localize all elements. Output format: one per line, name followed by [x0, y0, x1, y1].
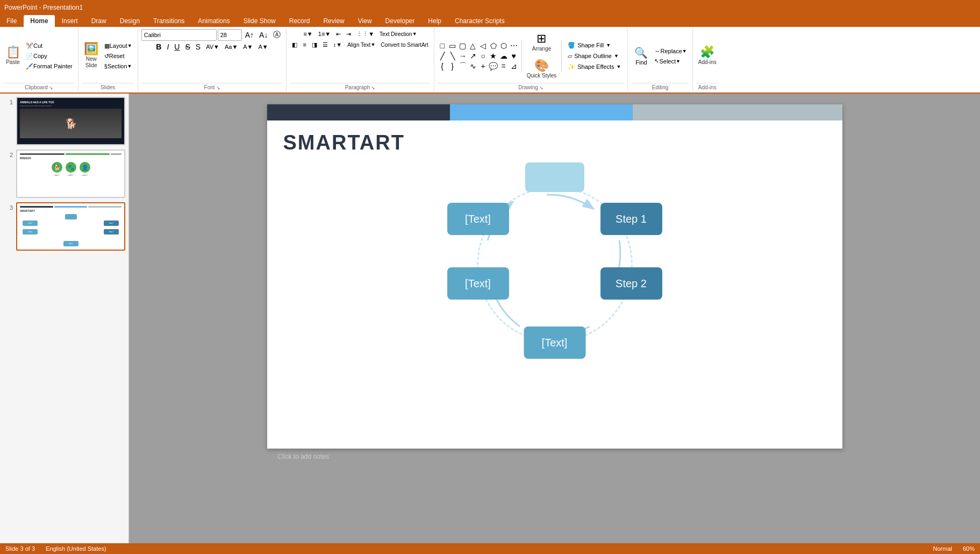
- slide-img-2[interactable]: BREEDS 🐕 🐾 👤 Label 1 Label 2 Label 3: [16, 150, 125, 198]
- increase-indent-button[interactable]: ⇥: [344, 29, 353, 39]
- tab-home[interactable]: Home: [24, 15, 54, 27]
- arrange-button[interactable]: ⊞ Arrange: [530, 29, 554, 56]
- shape-callout[interactable]: 💬: [489, 61, 498, 71]
- font-size-input[interactable]: [218, 29, 242, 41]
- slide-title[interactable]: SMARTART: [267, 120, 842, 160]
- shape-hex[interactable]: ⬡: [499, 41, 509, 51]
- tab-design[interactable]: Design: [113, 15, 146, 27]
- clipboard-expand-icon[interactable]: ↘: [49, 85, 53, 90]
- section-button[interactable]: § Section ▼: [102, 61, 134, 71]
- slide-img-3[interactable]: SMARTART [Text] Step 1 [Text] Step 2 [Te…: [16, 202, 125, 251]
- increase-font-button[interactable]: A↑: [243, 30, 256, 40]
- tab-help[interactable]: Help: [421, 15, 448, 27]
- layout-button[interactable]: ▦ Layout ▼: [102, 41, 134, 51]
- convert-smartart-button[interactable]: Convert to SmartArt: [378, 40, 430, 49]
- align-right-button[interactable]: ◨: [310, 40, 319, 49]
- shape-eq[interactable]: =: [499, 61, 509, 71]
- smartart-diagram[interactable]: Step 1 [Text] Step 2 [Text]: [442, 160, 668, 370]
- shape-star[interactable]: ★: [489, 51, 498, 61]
- copy-button[interactable]: 📄 Copy: [24, 51, 75, 61]
- slide-canvas[interactable]: SMARTART: [267, 104, 842, 449]
- node-step1[interactable]: Step 1: [600, 203, 662, 235]
- align-left-button[interactable]: ◧: [290, 40, 299, 49]
- shape-penta[interactable]: ⬠: [489, 41, 498, 51]
- shape-circle[interactable]: ○: [478, 51, 488, 61]
- shape-bracket2[interactable]: }: [448, 61, 457, 71]
- change-case-button[interactable]: Aa▼: [223, 42, 240, 52]
- node-text1[interactable]: [Text]: [447, 203, 509, 235]
- shape-custom[interactable]: ⊿: [509, 61, 519, 71]
- quick-styles-button[interactable]: 🎨 Quick Styles: [525, 56, 559, 83]
- align-center-button[interactable]: ≡: [301, 40, 308, 49]
- columns-button[interactable]: ⋮⋮▼: [354, 29, 376, 39]
- bullets-button[interactable]: ≡▼: [301, 29, 314, 39]
- clear-format-button[interactable]: Ⓐ: [271, 30, 283, 40]
- tab-character-scripts[interactable]: Character Scripts: [448, 15, 511, 27]
- slide-thumb-3[interactable]: 3 SMARTART [Text]: [3, 202, 125, 251]
- paste-button[interactable]: 📋 Paste: [3, 40, 23, 72]
- shape-cloud[interactable]: ☁: [499, 51, 509, 61]
- bold-button[interactable]: B: [154, 42, 163, 52]
- text-direction-button[interactable]: Text Direction ▼: [377, 29, 419, 39]
- node-text3[interactable]: [Text]: [524, 326, 585, 359]
- decrease-indent-button[interactable]: ⇤: [334, 29, 343, 39]
- shape-rect[interactable]: □: [438, 41, 447, 51]
- numbering-button[interactable]: 1≡▼: [316, 29, 333, 39]
- tab-file[interactable]: File: [0, 15, 23, 27]
- highlight-button[interactable]: A▼: [241, 42, 255, 52]
- view-normal[interactable]: Normal: [933, 545, 952, 552]
- italic-button[interactable]: I: [164, 42, 171, 52]
- font-expand-icon[interactable]: ↘: [216, 85, 220, 90]
- shape-line[interactable]: ╱: [438, 51, 447, 61]
- shape-arrow[interactable]: →: [458, 51, 468, 61]
- tab-transitions[interactable]: Transitions: [147, 15, 191, 27]
- font-family-input[interactable]: [141, 29, 217, 41]
- char-spacing-button[interactable]: AV▼: [204, 42, 221, 52]
- slide-img-1[interactable]: ANIMALS HAS A LIFE TOO Supporting animal…: [16, 97, 125, 145]
- tab-animations[interactable]: Animations: [191, 15, 236, 27]
- underline-button[interactable]: U: [172, 42, 182, 52]
- zoom-level[interactable]: 60%: [963, 545, 975, 552]
- format-painter-button[interactable]: 🖌️ Format Painter: [24, 61, 75, 71]
- shape-plus[interactable]: +: [478, 61, 488, 71]
- shape-arrow2[interactable]: ↗: [468, 51, 478, 61]
- tab-draw[interactable]: Draw: [85, 15, 113, 27]
- tab-developer[interactable]: Developer: [379, 15, 421, 27]
- align-text-button[interactable]: Align Text ▼: [345, 40, 377, 49]
- slide-thumb-1[interactable]: 1 ANIMALS HAS A LIFE TOO Supporting anim…: [3, 97, 125, 145]
- shape-rect2[interactable]: ▭: [448, 41, 457, 51]
- shape-tri[interactable]: △: [468, 41, 478, 51]
- tab-slideshow[interactable]: Slide Show: [237, 15, 282, 27]
- node-top[interactable]: [525, 162, 584, 192]
- drawing-expand-icon[interactable]: ↘: [539, 85, 543, 90]
- select-button[interactable]: ↖ Select ▼: [652, 56, 689, 66]
- tab-insert[interactable]: Insert: [55, 15, 84, 27]
- shape-bracket1[interactable]: {: [438, 61, 447, 71]
- tab-view[interactable]: View: [352, 15, 378, 27]
- shape-effects-button[interactable]: ✨ Shape Effects ▼: [564, 62, 624, 72]
- node-step2[interactable]: Step 2: [600, 267, 662, 300]
- addins-button[interactable]: 🧩 Add-ins: [696, 40, 719, 72]
- justify-button[interactable]: ☰: [320, 40, 330, 49]
- shape-heart[interactable]: ♥: [509, 51, 519, 61]
- node-text2[interactable]: [Text]: [447, 267, 509, 300]
- shape-wave[interactable]: ∿: [468, 61, 478, 71]
- shape-rounded[interactable]: ▢: [458, 41, 468, 51]
- slide-thumb-2[interactable]: 2 BREEDS 🐕 🐾 👤: [3, 150, 125, 198]
- shadow-button[interactable]: S: [194, 42, 203, 52]
- font-color-button[interactable]: A▼: [256, 42, 270, 52]
- line-spacing-button[interactable]: ↕▼: [331, 40, 344, 49]
- new-slide-button[interactable]: 🖼️ NewSlide: [82, 40, 101, 72]
- cut-button[interactable]: ✂️ Cut: [24, 41, 75, 51]
- find-button[interactable]: 🔍 Find: [631, 42, 651, 69]
- tab-review[interactable]: Review: [317, 15, 350, 27]
- tab-record[interactable]: Record: [283, 15, 317, 27]
- notes-area[interactable]: Click to add notes: [267, 449, 842, 465]
- paragraph-expand-icon[interactable]: ↘: [371, 85, 375, 90]
- shape-line2[interactable]: ╲: [448, 51, 457, 61]
- shape-outline-button[interactable]: ▱ Shape Outline ▼: [564, 51, 624, 61]
- reset-button[interactable]: ↺ Reset: [102, 51, 134, 61]
- shape-more[interactable]: ⋯: [509, 41, 519, 51]
- shape-brace[interactable]: ⌒: [458, 61, 468, 71]
- replace-button[interactable]: ↔ Replace ▼: [652, 46, 689, 56]
